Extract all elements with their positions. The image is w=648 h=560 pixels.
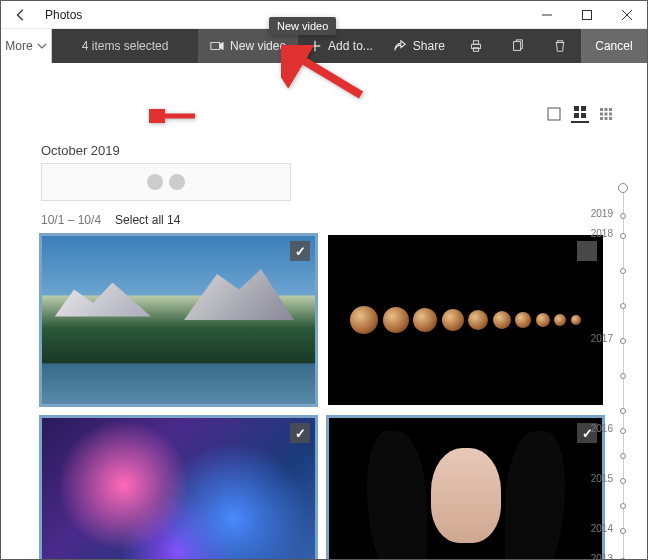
thumb-checkbox[interactable] [290, 423, 310, 443]
thumb-checkbox[interactable] [290, 241, 310, 261]
mini-thumbnail-strip[interactable] [41, 163, 291, 201]
delete-button[interactable] [539, 29, 581, 63]
copy-button[interactable] [497, 29, 539, 63]
svg-rect-22 [605, 113, 608, 116]
portrait-decor [367, 431, 427, 559]
section-month-title[interactable]: October 2019 [41, 143, 120, 158]
svg-rect-19 [605, 108, 608, 111]
timeline-dot[interactable] [620, 233, 626, 239]
share-button[interactable]: Share [383, 29, 455, 63]
trash-icon [553, 39, 567, 53]
timeline-dot[interactable] [620, 503, 626, 509]
print-icon [469, 39, 483, 53]
svg-rect-14 [574, 106, 579, 111]
year-timeline[interactable]: 2019 2018 2017 2016 2015 2014 2013 2000 [607, 183, 639, 559]
minimize-button[interactable] [527, 1, 567, 29]
chevron-down-icon [37, 41, 47, 51]
timeline-year[interactable]: 2018 [591, 228, 613, 239]
cancel-button[interactable]: Cancel [581, 29, 647, 63]
maximize-icon [582, 10, 592, 20]
print-button[interactable] [455, 29, 497, 63]
copy-icon [511, 39, 525, 53]
svg-rect-25 [605, 117, 608, 120]
svg-line-11 [291, 53, 361, 95]
grid-large-icon [573, 105, 587, 119]
svg-rect-8 [473, 41, 478, 45]
timeline-dot[interactable] [620, 303, 626, 309]
timeline-year[interactable]: 2017 [591, 333, 613, 344]
app-title: Photos [45, 8, 82, 22]
mini-thumb-icon [169, 174, 185, 190]
svg-rect-1 [583, 11, 592, 20]
timeline-year[interactable]: 2013 [591, 553, 613, 560]
view-grid-small-button[interactable] [597, 105, 615, 123]
view-select-checkbox[interactable] [545, 105, 563, 123]
svg-rect-21 [600, 113, 603, 116]
back-button[interactable] [1, 1, 41, 29]
share-label: Share [413, 39, 445, 53]
select-all-link[interactable]: Select all 14 [115, 213, 180, 227]
close-button[interactable] [607, 1, 647, 29]
annotation-arrow-2 [149, 109, 199, 127]
svg-rect-13 [548, 108, 560, 120]
planets-decor [350, 306, 581, 334]
view-grid-large-button[interactable] [571, 105, 589, 123]
annotation-arrow-1 [281, 45, 371, 109]
new-video-tooltip: New video [269, 17, 336, 35]
svg-rect-4 [211, 43, 220, 50]
date-range-row: 10/1 – 10/4 Select all 14 [41, 213, 180, 227]
svg-rect-26 [609, 117, 612, 120]
timeline-dot[interactable] [620, 213, 626, 219]
more-button[interactable]: More [1, 29, 52, 63]
photo-thumb[interactable] [328, 417, 603, 559]
back-arrow-icon [14, 8, 28, 22]
timeline-dot[interactable] [620, 478, 626, 484]
video-icon [210, 39, 224, 53]
timeline-dot[interactable] [620, 453, 626, 459]
svg-rect-18 [600, 108, 603, 111]
svg-rect-10 [513, 42, 520, 51]
photo-thumb[interactable] [41, 235, 316, 405]
timeline-current-dot[interactable] [618, 183, 628, 193]
timeline-dot[interactable] [620, 558, 626, 559]
date-range-label: 10/1 – 10/4 [41, 213, 101, 227]
timeline-year[interactable]: 2019 [591, 208, 613, 219]
svg-rect-15 [581, 106, 586, 111]
photo-grid [41, 235, 603, 559]
svg-rect-16 [574, 113, 579, 118]
timeline-year[interactable]: 2016 [591, 423, 613, 434]
close-icon [622, 10, 632, 20]
timeline-dot[interactable] [620, 408, 626, 414]
thumb-checkbox[interactable] [577, 241, 597, 261]
photo-thumb[interactable] [328, 235, 603, 405]
more-label: More [5, 39, 32, 53]
minimize-icon [542, 10, 552, 20]
grid-small-icon [599, 107, 613, 121]
timeline-dot[interactable] [620, 338, 626, 344]
view-mode-controls [545, 105, 615, 123]
portrait-decor [431, 448, 501, 543]
timeline-dot[interactable] [620, 268, 626, 274]
svg-rect-20 [609, 108, 612, 111]
content-area: October 2019 10/1 – 10/4 Select all 14 [1, 63, 647, 559]
mini-thumb-icon [147, 174, 163, 190]
maximize-button[interactable] [567, 1, 607, 29]
svg-rect-17 [581, 113, 586, 118]
share-icon [393, 39, 407, 53]
timeline-dot[interactable] [620, 373, 626, 379]
svg-rect-23 [609, 113, 612, 116]
window-controls [527, 1, 647, 29]
timeline-dot[interactable] [620, 428, 626, 434]
checkbox-empty-icon [547, 107, 561, 121]
timeline-year[interactable]: 2015 [591, 473, 613, 484]
portrait-decor [505, 431, 565, 559]
selection-count: 4 items selected [52, 29, 198, 63]
svg-rect-24 [600, 117, 603, 120]
photo-thumb[interactable] [41, 417, 316, 559]
timeline-year[interactable]: 2014 [591, 523, 613, 534]
new-video-label: New video [230, 39, 286, 53]
cancel-label: Cancel [595, 39, 632, 53]
timeline-dot[interactable] [620, 528, 626, 534]
